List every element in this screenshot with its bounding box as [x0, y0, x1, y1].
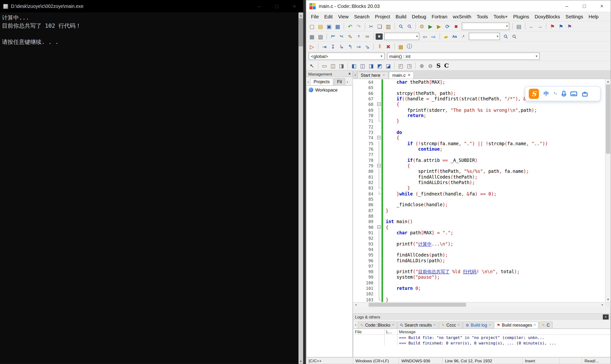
panel-splitter[interactable]: [353, 307, 611, 313]
insert-page-icon[interactable]: ◨: [337, 62, 346, 70]
log-tab-build-messages[interactable]: ⚑Build messages×: [494, 322, 539, 328]
doxygen-block-comment-icon[interactable]: /**: [329, 32, 337, 40]
align-left-icon[interactable]: ◧: [350, 62, 358, 70]
management-tab-projects[interactable]: Projects: [310, 78, 333, 85]
console-maximize-button[interactable]: □: [268, 0, 285, 12]
toggle-bookmark-icon[interactable]: ⚑: [548, 22, 556, 30]
fold-collapse-icon[interactable]: −: [377, 164, 381, 167]
redo-icon[interactable]: ↷: [355, 22, 363, 30]
editor-tab-start-here[interactable]: Start here×: [357, 72, 389, 78]
management-tab-fil[interactable]: Fil: [334, 78, 345, 85]
log-tab-build-log[interactable]: ⚙Build log×: [463, 322, 494, 328]
ide-titlebar[interactable]: main.c - Code::Blocks 20.03 –□×: [306, 0, 611, 12]
editor-vscrollbar[interactable]: ▲ ▼: [605, 79, 611, 302]
scroll-left-arrow-icon[interactable]: ◂: [353, 302, 359, 307]
run-icon[interactable]: ▶: [426, 22, 434, 30]
fold-collapse-icon[interactable]: −: [377, 136, 381, 140]
ide-minimize-button[interactable]: –: [558, 0, 575, 12]
tab-close-icon[interactable]: ×: [458, 323, 460, 327]
menu-view[interactable]: View: [335, 14, 351, 19]
build-icon[interactable]: ⚙: [418, 22, 426, 30]
code-editor[interactable]: 64 char thePath[MAX];6566 strcpy(thePath…: [353, 79, 611, 302]
debugging-windows-icon[interactable]: ▦: [397, 42, 405, 51]
debug-info-icon[interactable]: ⓘ: [405, 42, 413, 51]
menu-search[interactable]: Search: [351, 14, 372, 19]
copy-icon[interactable]: ❏: [376, 22, 384, 30]
scroll-down-arrow-icon[interactable]: ▼: [606, 297, 611, 302]
build-and-run-icon[interactable]: ▶: [435, 22, 443, 30]
save-icon[interactable]: ▣: [325, 22, 333, 30]
tab-scroll-right-icon[interactable]: ›: [346, 79, 349, 84]
scroll-right-arrow-icon[interactable]: ▸: [600, 302, 605, 307]
border-left-icon[interactable]: ◰: [397, 62, 405, 70]
tab-close-icon[interactable]: ×: [433, 323, 436, 327]
menu-debug[interactable]: Debug: [409, 14, 429, 19]
menu-help[interactable]: Help: [586, 14, 601, 19]
prev-bookmark-icon[interactable]: ⚑: [557, 22, 565, 30]
scope-combo[interactable]: <global> ▾: [309, 52, 385, 60]
align-bottom-icon[interactable]: ◪: [384, 62, 392, 70]
next-instruction-icon[interactable]: ⇒: [355, 42, 363, 51]
doxygen-link-icon[interactable]: ∞: [363, 32, 371, 40]
replace-icon[interactable]: ⚲: [403, 21, 415, 32]
menu-file[interactable]: File: [308, 14, 321, 19]
log-tab-search-results[interactable]: ⚲Search results×: [397, 322, 438, 328]
ide-close-button[interactable]: ×: [593, 0, 611, 12]
log-tab-cccc[interactable]: ✎Cccc×: [439, 322, 462, 328]
log-row[interactable]: === Build finished: 0 error(s), 0 warnin…: [353, 340, 610, 346]
keyboard-icon[interactable]: [570, 91, 577, 96]
undo-icon[interactable]: ↶: [346, 22, 354, 30]
scroll-up-arrow-icon[interactable]: ▲: [299, 13, 303, 18]
editor-hscrollbar[interactable]: ◂ ▸: [353, 302, 611, 307]
search-scope-combo[interactable]: ▾: [469, 33, 500, 40]
regex-icon[interactable]: .*: [459, 32, 467, 40]
workspace-tree-item[interactable]: Workspace: [307, 86, 352, 93]
step-out-icon[interactable]: ↰: [346, 42, 354, 51]
save-all-icon[interactable]: ▦: [334, 22, 342, 30]
highlight-occurrences-icon[interactable]: ▰: [442, 32, 450, 40]
paste-icon[interactable]: ▥: [384, 22, 392, 30]
code-area[interactable]: 64 char thePath[MAX];6566 strcpy(thePath…: [353, 79, 605, 302]
punctuation-icon[interactable]: ’·: [554, 91, 557, 97]
console-scrollbar[interactable]: ▲ ▼: [299, 13, 303, 364]
menu-doxyblocks[interactable]: DoxyBlocks: [532, 14, 563, 19]
debugger-target-icon[interactable]: ▧: [317, 32, 325, 40]
search-next-icon[interactable]: ⇨: [429, 32, 437, 40]
tab-scroll-left-icon[interactable]: ‹: [307, 79, 310, 84]
debugger-panes-icon[interactable]: ▦: [308, 32, 316, 40]
new-file-icon[interactable]: ▢: [308, 22, 316, 30]
console-close-button[interactable]: ×: [286, 0, 303, 12]
rebuild-icon[interactable]: ⟳: [444, 22, 452, 30]
search-prev-icon[interactable]: ⇦: [421, 32, 429, 40]
menu-tools[interactable]: Tools+: [491, 14, 510, 19]
console-minimize-button[interactable]: –: [250, 0, 268, 12]
build-target-combo[interactable]: ▾: [462, 23, 509, 30]
log-tab-c[interactable]: ✎C: [539, 322, 553, 328]
menu-fortran[interactable]: Fortran: [429, 14, 450, 19]
doxygen-help-icon[interactable]: ?: [355, 32, 363, 40]
debug-continue-icon[interactable]: ▷: [308, 42, 316, 51]
menu-project[interactable]: Project: [372, 14, 393, 19]
step-into-instruction-icon[interactable]: ⇘: [363, 42, 371, 51]
insert-widget-icon[interactable]: ▭: [320, 62, 328, 70]
pointer-tool-icon[interactable]: ↖: [308, 62, 316, 70]
next-bookmark-icon[interactable]: ⚑: [565, 22, 573, 30]
doxygen-member-comment-icon[interactable]: *<: [337, 32, 346, 40]
tab-close-icon[interactable]: ×: [408, 73, 410, 77]
scroll-up-arrow-icon[interactable]: ▲: [606, 79, 611, 84]
match-case-icon[interactable]: Aa: [450, 32, 458, 40]
log-row[interactable]: === Build file: "no target" in "no proje…: [353, 335, 610, 340]
show-logs-icon[interactable]: ▤: [515, 22, 523, 30]
fold-collapse-icon[interactable]: −: [377, 103, 381, 106]
scroll-down-arrow-icon[interactable]: ▼: [299, 359, 303, 364]
align-center-icon[interactable]: ◫: [359, 62, 367, 70]
step-into-icon[interactable]: ↳: [337, 42, 346, 51]
doxygen-edit-icon[interactable]: ✎: [346, 32, 354, 40]
border-right-icon[interactable]: ◳: [405, 62, 413, 70]
run-to-cursor-icon[interactable]: ⇥: [320, 42, 328, 51]
menu-settings[interactable]: Settings: [563, 14, 586, 19]
align-top-icon[interactable]: ◩: [376, 62, 384, 70]
menu-build[interactable]: Build: [393, 14, 409, 19]
log-tab-code-blocks[interactable]: ✎Code::Blocks×: [358, 322, 397, 328]
cscope-icon[interactable]: C: [443, 62, 450, 69]
